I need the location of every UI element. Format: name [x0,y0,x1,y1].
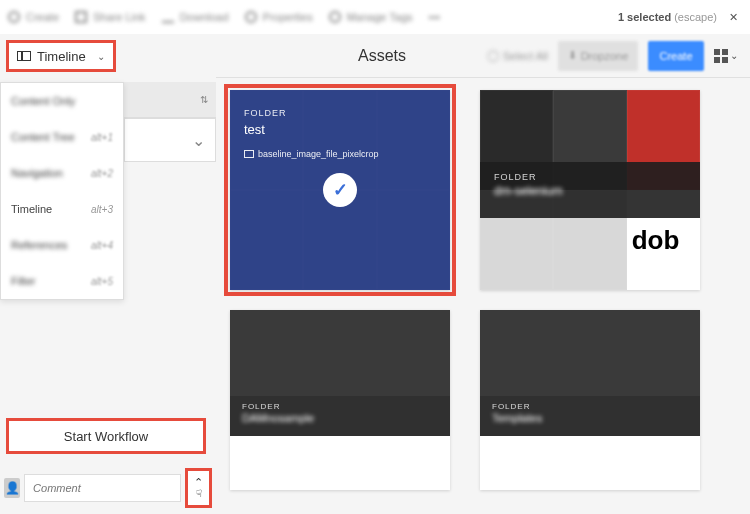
card-type-label: FOLDER [242,402,438,411]
card-grid: FOLDER test baseline_image_file_pixelcro… [216,78,750,502]
selected-check-icon[interactable]: ✓ [323,173,357,207]
view-switcher[interactable]: ⌄ [714,49,738,63]
action-share[interactable]: Share Link [75,11,146,23]
selection-count: 1 selected (escape) ✕ [618,11,742,24]
card-title: DAMnosample [242,412,438,424]
folder-card-damnosample[interactable]: FOLDER DAMnosample [230,310,450,490]
chevron-down-icon: ⌄ [97,51,105,62]
content-header: Assets ◯Select All ⬇Dropzone Create ⌄ [216,34,750,78]
chevron-down-icon: ⌄ [192,131,205,150]
chevron-down-icon: ⌄ [730,50,738,61]
rail-dropdown: Content Only Content Treealt+1 Navigatio… [0,82,124,300]
card-title: test [244,122,436,137]
card-type-label: FOLDER [492,402,688,411]
grid-icon [714,49,728,63]
card-title: dm-selenium [494,184,686,198]
rail-item-content-tree[interactable]: Content Treealt+1 [1,119,123,155]
content-area: Assets ◯Select All ⬇Dropzone Create ⌄ FO… [216,34,750,514]
sort-row[interactable]: ⇅ [124,82,216,118]
panel-icon [17,51,31,61]
rail-item-navigation[interactable]: Navigationalt+2 [1,155,123,191]
card-type-label: FOLDER [244,108,436,118]
card-type-label: FOLDER [494,172,686,182]
action-tags[interactable]: Manage Tags [329,11,413,23]
deselect-button[interactable]: ✕ [725,11,742,24]
select-all-button[interactable]: ◯Select All [487,49,548,62]
rail-item-filter[interactable]: Filteralt+5 [1,263,123,299]
folder-card-dm-selenium[interactable]: dob FOLDER dm-selenium [480,90,700,290]
rail-selector-button[interactable]: Timeline ⌄ [6,40,116,72]
left-rail: Timeline ⌄ Content Only Content Treealt+… [0,34,216,514]
rail-selector-label: Timeline [37,49,86,64]
action-more[interactable]: ••• [429,11,441,23]
chevron-up-icon: ⌃ [194,477,203,488]
image-icon [244,150,254,158]
comment-row: 👤 ⌃ ☟ [0,468,216,508]
action-download[interactable]: Download [162,11,229,23]
folder-card-templates[interactable]: FOLDER Templates [480,310,700,490]
action-properties[interactable]: Properties [245,11,313,23]
card-title: Templates [492,412,688,424]
folder-card-test[interactable]: FOLDER test baseline_image_file_pixelcro… [230,90,450,290]
rail-item-content-only[interactable]: Content Only [1,83,123,119]
card-subtitle: baseline_image_file_pixelcrop [244,149,436,159]
sort-icon: ⇅ [200,94,208,105]
action-create[interactable]: Create [8,11,59,23]
page-title: Assets [358,47,406,65]
rail-item-references[interactable]: Referencesalt+4 [1,227,123,263]
filter-dropdown[interactable]: ⌄ [124,118,216,162]
comment-input[interactable] [24,474,181,502]
user-avatar-icon: 👤 [4,478,20,498]
rail-item-timeline[interactable]: Timelinealt+3 [1,191,123,227]
create-button[interactable]: Create [648,41,704,71]
expand-comment-button[interactable]: ⌃ ☟ [185,468,212,508]
cursor-icon: ☟ [196,488,202,499]
dropzone-button[interactable]: ⬇Dropzone [558,41,638,71]
action-bar: Create Share Link Download Properties Ma… [0,0,750,34]
start-workflow-button[interactable]: Start Workflow [6,418,206,454]
